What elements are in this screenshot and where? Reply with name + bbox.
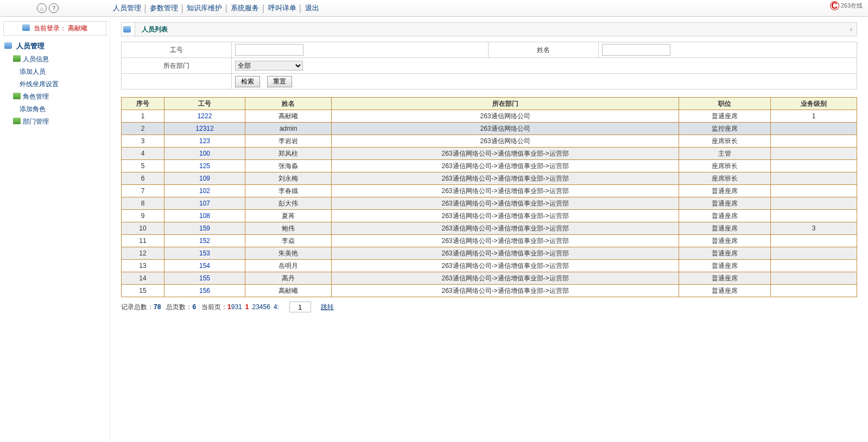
cell-dept: 263通信网络公司->通信增值事业部->运营部	[332, 260, 679, 272]
sidebar-item-label: 角色管理	[23, 93, 49, 100]
cell-no[interactable]: 155	[164, 272, 245, 285]
cell-seq: 2	[122, 123, 164, 135]
cell-pos: 主管	[679, 148, 771, 160]
cell-seq: 6	[122, 172, 164, 185]
table-row[interactable]: 12153朱美艳263通信网络公司->通信增值事业部->运营部普通座席	[122, 247, 857, 260]
table-row[interactable]: 9108夏苒263通信网络公司->通信增值事业部->运营部普通座席	[122, 210, 857, 222]
cell-no[interactable]: 153	[164, 247, 245, 260]
login-label: 当前登录：	[34, 24, 66, 32]
help-icon[interactable]: ?	[49, 3, 59, 13]
cell-no[interactable]: 109	[164, 172, 245, 185]
cell-lvl	[771, 135, 857, 148]
table-row[interactable]: 8107彭大伟263通信网络公司->通信增值事业部->运营部普通座席	[122, 197, 857, 210]
pager-page-link[interactable]: 3	[256, 303, 259, 311]
cell-seq: 9	[122, 210, 164, 222]
table-row[interactable]: 15156高献曦263通信网络公司->通信增值事业部->运营部普通座席	[122, 285, 857, 297]
cell-no[interactable]: 159	[164, 222, 245, 235]
cell-seq: 12	[122, 247, 164, 260]
cell-no[interactable]: 108	[164, 210, 245, 222]
cell-no[interactable]: 12312	[164, 123, 245, 135]
cell-dept: 263通信网络公司->通信增值事业部->运营部	[332, 272, 679, 285]
cell-pos: 普通座席	[679, 197, 771, 210]
table-row[interactable]: 7102李春娥263通信网络公司->通信增值事业部->运营部普通座席	[122, 185, 857, 197]
cell-seq: 3	[122, 135, 164, 148]
menu-call-detail[interactable]: 呼叫详单	[268, 3, 296, 13]
cell-dept: 263通信网络公司->通信增值事业部->运营部	[332, 148, 679, 160]
sidebar-header: 人员管理	[4, 41, 106, 51]
cell-dept: 263通信网络公司->通信增值事业部->运营部	[332, 172, 679, 185]
panel-header: 人员列表 ›	[121, 22, 857, 36]
cell-no[interactable]: 125	[164, 160, 245, 172]
sidebar-item[interactable]: 添加角色	[3, 103, 106, 116]
pager-next[interactable]: 4:	[274, 303, 279, 311]
table-row[interactable]: 3123李岩岩263通信网络公司座席班长	[122, 135, 857, 148]
chevron-right-icon[interactable]: ›	[846, 25, 857, 33]
search-button[interactable]: 检索	[235, 76, 260, 87]
cell-name: 夏苒	[245, 210, 332, 222]
input-name[interactable]	[602, 44, 670, 56]
home-icon[interactable]: ⌂	[37, 3, 47, 13]
cell-no[interactable]: 107	[164, 197, 245, 210]
cell-pos: 普通座席	[679, 210, 771, 222]
sidebar-item[interactable]: 部门管理	[3, 116, 106, 128]
label-name: 姓名	[489, 42, 599, 58]
th-name: 姓名	[245, 98, 332, 110]
cell-dept: 263通信网络公司->通信增值事业部->运营部	[332, 185, 679, 197]
cell-name: admin	[245, 123, 332, 135]
sidebar-item[interactable]: 外线坐席设置	[3, 78, 106, 91]
menu-system[interactable]: 系统服务	[231, 3, 259, 13]
cell-lvl	[771, 260, 857, 272]
cell-lvl	[771, 210, 857, 222]
screen-icon	[22, 24, 30, 31]
pager-page-link[interactable]: 4	[259, 303, 263, 311]
pager-goto-button[interactable]: 跳转	[321, 303, 334, 312]
cell-dept: 263通信网络公司->通信增值事业部->运营部	[332, 160, 679, 172]
cell-no[interactable]: 123	[164, 135, 245, 148]
cell-no[interactable]: 152	[164, 235, 245, 247]
table-row[interactable]: 5125张海淼263通信网络公司->通信增值事业部->运营部座席班长	[122, 160, 857, 172]
cell-no[interactable]: 154	[164, 260, 245, 272]
input-empno[interactable]	[235, 44, 303, 56]
menu-personnel[interactable]: 人员管理	[113, 3, 141, 13]
cell-pos: 座席班长	[679, 135, 771, 148]
reset-button[interactable]: 重置	[267, 76, 292, 87]
cell-no[interactable]: 100	[164, 148, 245, 160]
sidebar-item-label: 添加角色	[20, 105, 46, 113]
sidebar: 当前登录： 高献曦 人员管理 人员信息添加人员外线坐席设置角色管理添加角色部门管…	[0, 17, 110, 442]
cell-name: 李岩岩	[245, 135, 332, 148]
pager-prev[interactable]: 931	[231, 303, 242, 311]
table-row[interactable]: 11222高献曦263通信网络公司普通座席1	[122, 110, 857, 123]
label-dept: 所在部门	[122, 58, 232, 74]
table-row[interactable]: 212312admin263通信网络公司监控座席	[122, 123, 857, 135]
cell-seq: 14	[122, 272, 164, 285]
table-row[interactable]: 13154岳明月263通信网络公司->通信增值事业部->运营部普通座席	[122, 260, 857, 272]
table-row[interactable]: 14155高丹263通信网络公司->通信增值事业部->运营部普通座席	[122, 272, 857, 285]
panel-title: 人员列表	[135, 25, 174, 34]
cell-pos: 普通座席	[679, 222, 771, 235]
table-row[interactable]: 11152李焱263通信网络公司->通信增值事业部->运营部普通座席	[122, 235, 857, 247]
table-row[interactable]: 10159鲍伟263通信网络公司->通信增值事业部->运营部普通座席3	[122, 222, 857, 235]
table-row[interactable]: 4100郑凤柱263通信网络公司->通信增值事业部->运营部主管	[122, 148, 857, 160]
top-bar: ⌂ ? 人员管理│ 参数管理│ 知识库维护│ 系统服务│ 呼叫详单│ 退出 C2…	[0, 0, 868, 17]
table-row[interactable]: 6109刘永梅263通信网络公司->通信增值事业部->运营部座席班长	[122, 172, 857, 185]
cell-name: 李焱	[245, 235, 332, 247]
cell-no[interactable]: 1222	[164, 110, 245, 123]
cell-name: 李春娥	[245, 185, 332, 197]
cell-no[interactable]: 156	[164, 285, 245, 297]
cell-seq: 7	[122, 185, 164, 197]
cell-seq: 1	[122, 110, 164, 123]
menu-params[interactable]: 参数管理	[150, 3, 178, 13]
pager-page-link[interactable]: 6	[267, 303, 270, 311]
cell-no[interactable]: 102	[164, 185, 245, 197]
sidebar-item[interactable]: 角色管理	[3, 91, 106, 103]
sidebar-item[interactable]: 添加人员	[3, 66, 106, 78]
menu-logout[interactable]: 退出	[305, 3, 319, 13]
cell-lvl	[771, 235, 857, 247]
cell-seq: 4	[122, 148, 164, 160]
th-position: 职位	[679, 98, 771, 110]
cell-dept: 263通信网络公司	[332, 110, 679, 123]
menu-kb[interactable]: 知识库维护	[187, 3, 222, 13]
select-dept[interactable]: 全部	[235, 61, 303, 71]
pager-goto-input[interactable]	[289, 302, 311, 312]
sidebar-item[interactable]: 人员信息	[3, 53, 106, 66]
